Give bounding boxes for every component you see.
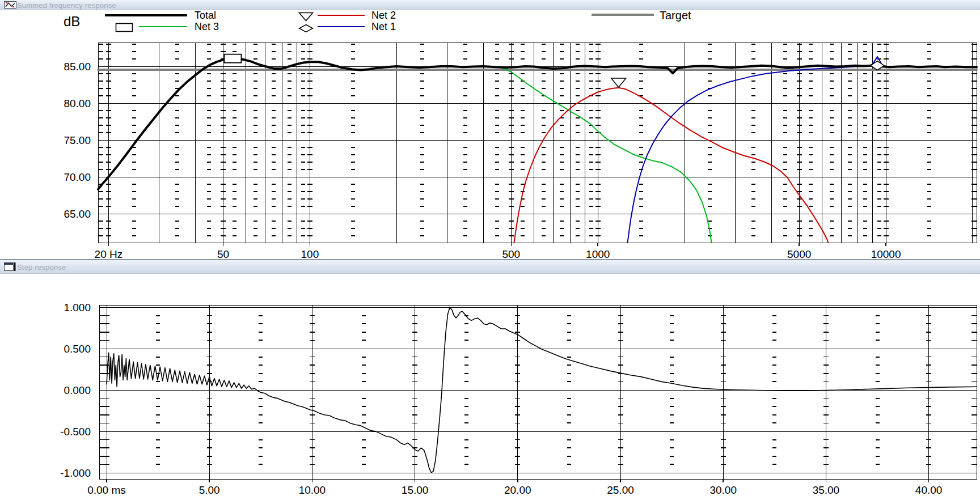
titlebar-step-response[interactable]: Step response <box>0 260 980 274</box>
legend-label-net2: Net 2 <box>371 10 396 22</box>
svg-text:35.00: 35.00 <box>813 484 840 496</box>
net3-line-swatch <box>139 26 187 27</box>
svg-text:20.00: 20.00 <box>504 484 531 496</box>
total-line-swatch <box>105 14 187 16</box>
step-response-chart-area: 1.0000.5000.000-0.500-1.0000.00 ms5.0010… <box>0 274 980 496</box>
net2-line-swatch <box>318 15 365 16</box>
svg-text:50: 50 <box>217 248 229 259</box>
window-summed-frequency-response: Summed frequency response 85.0080.0075.0… <box>0 0 980 259</box>
svg-text:80.00: 80.00 <box>64 97 91 109</box>
rect-marker-icon <box>115 23 133 32</box>
y-axis-unit-label: dB <box>64 14 80 29</box>
legend-label-total: Total <box>195 10 216 22</box>
svg-text:25.00: 25.00 <box>607 484 634 496</box>
titlebar-summed-frequency-response[interactable]: Summed frequency response <box>0 0 980 10</box>
svg-text:500: 500 <box>502 248 520 259</box>
svg-text:5000: 5000 <box>787 248 811 259</box>
triangle-down-marker-icon <box>298 12 314 22</box>
legend-label-target: Target <box>660 9 691 22</box>
svg-text:15.00: 15.00 <box>402 484 429 496</box>
frequency-response-plot: 85.0080.0075.0070.0065.0020 Hz5010050010… <box>0 10 980 259</box>
svg-text:-1.000: -1.000 <box>60 467 91 479</box>
svg-text:1.000: 1.000 <box>64 302 91 313</box>
svg-text:5.00: 5.00 <box>199 484 220 496</box>
svg-text:0.000: 0.000 <box>64 384 91 396</box>
window-icon[interactable] <box>4 262 16 271</box>
frequency-response-chart-area: 85.0080.0075.0070.0065.0020 Hz5010050010… <box>0 10 980 259</box>
svg-text:85.00: 85.00 <box>64 61 91 73</box>
svg-text:40.00: 40.00 <box>915 484 943 496</box>
svg-text:70.00: 70.00 <box>64 171 91 183</box>
app-stage: Summed frequency response 85.0080.0075.0… <box>0 0 980 496</box>
svg-text:0.500: 0.500 <box>64 343 91 355</box>
svg-text:100: 100 <box>301 248 319 259</box>
window-title: Summed frequency response <box>17 1 116 10</box>
legend-label-net1: Net 1 <box>371 21 396 33</box>
window-step-response: Step response 1.0000.5000.000-0.500-1.00… <box>0 259 980 496</box>
svg-text:0.00 ms: 0.00 ms <box>87 484 126 496</box>
svg-text:30.00: 30.00 <box>709 484 737 496</box>
svg-text:10000: 10000 <box>871 248 901 259</box>
frequency-chart-icon[interactable] <box>4 1 16 9</box>
target-line-swatch <box>592 14 654 16</box>
svg-text:-0.500: -0.500 <box>60 426 91 438</box>
svg-text:65.00: 65.00 <box>64 208 91 220</box>
svg-text:75.00: 75.00 <box>64 134 91 146</box>
window-title: Step response <box>17 263 66 272</box>
svg-text:20 Hz: 20 Hz <box>95 248 123 259</box>
net1-line-swatch <box>318 26 365 27</box>
legend-label-net3: Net 3 <box>195 21 219 33</box>
step-response-plot: 1.0000.5000.000-0.500-1.0000.00 ms5.0010… <box>0 274 980 496</box>
svg-text:10.00: 10.00 <box>299 484 326 496</box>
svg-text:1000: 1000 <box>586 248 610 259</box>
diamond-marker-icon <box>298 24 314 33</box>
